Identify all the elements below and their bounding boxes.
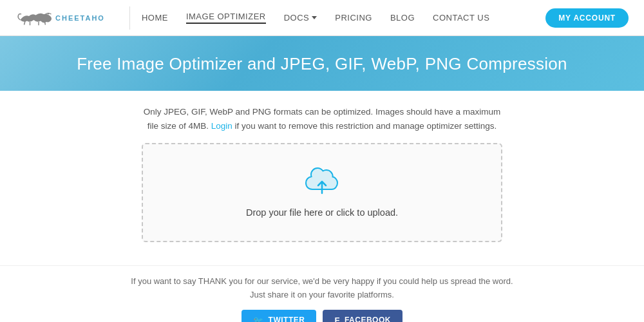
facebook-icon: f xyxy=(334,316,339,322)
twitter-icon: 🐦 xyxy=(253,316,264,322)
social-buttons: 🐦 TWITTER f FACEBOOK xyxy=(0,310,644,322)
facebook-share-button[interactable]: f FACEBOOK xyxy=(323,310,402,322)
drop-zone-wrapper: Drop your file here or click to upload. xyxy=(135,143,509,242)
twitter-share-button[interactable]: 🐦 TWITTER xyxy=(242,310,316,322)
nav-home[interactable]: HOME xyxy=(142,13,168,23)
social-section: If you want to say THANK you for our ser… xyxy=(0,265,644,322)
nav-docs[interactable]: DOCS xyxy=(284,13,317,23)
drop-zone-text: Drop your file here or click to upload. xyxy=(246,207,398,218)
svg-point-0 xyxy=(48,13,49,14)
nav-blog[interactable]: BLOG xyxy=(390,13,415,23)
nav-image-optimizer[interactable]: IMAGE OPTIMIZER xyxy=(186,12,266,24)
navbar: CHEETAHO HOME IMAGE OPTIMIZER DOCS PRICI… xyxy=(0,0,644,36)
logo-area: CHEETAHO xyxy=(15,8,105,28)
chevron-down-icon xyxy=(312,16,317,19)
my-account-button[interactable]: MY ACCOUNT xyxy=(545,8,629,28)
hero-banner: Free Image Optimizer and JPEG, GIF, WebP… xyxy=(0,36,644,91)
info-text: Only JPEG, GIF, WebP and PNG formats can… xyxy=(142,105,502,133)
nav-divider xyxy=(129,6,130,30)
login-link[interactable]: Login xyxy=(211,121,232,131)
nav-links: HOME IMAGE OPTIMIZER DOCS PRICING BLOG C… xyxy=(142,12,545,24)
nav-pricing[interactable]: PRICING xyxy=(335,13,372,23)
cloud-upload-icon xyxy=(305,167,339,198)
nav-contact-us[interactable]: CONTACT US xyxy=(433,13,489,23)
nav-right: MY ACCOUNT xyxy=(545,8,629,28)
logo-text: CHEETAHO xyxy=(55,14,105,22)
main-content: Only JPEG, GIF, WebP and PNG formats can… xyxy=(0,91,644,265)
social-text: If you want to say THANK you for our ser… xyxy=(0,275,644,302)
drop-zone[interactable]: Drop your file here or click to upload. xyxy=(142,143,502,242)
hero-title: Free Image Optimizer and JPEG, GIF, WebP… xyxy=(0,54,644,74)
logo-cheetah-icon xyxy=(15,8,54,28)
